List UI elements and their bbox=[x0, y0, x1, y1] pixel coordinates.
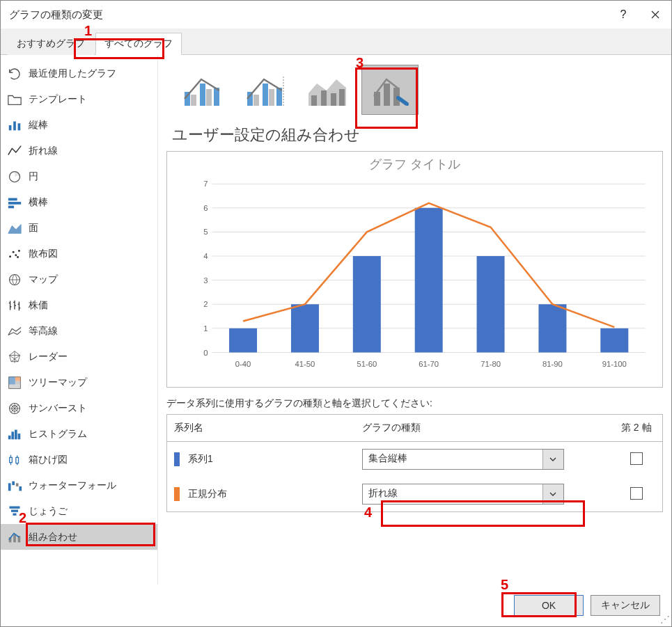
dialog-title: グラフの種類の変更 bbox=[9, 8, 607, 22]
sidebar-item-radar[interactable]: レーダー bbox=[1, 344, 157, 370]
annotation-box-3 bbox=[355, 68, 418, 129]
subtype-column-line-secondary[interactable] bbox=[236, 65, 293, 115]
annotation-2: 2 bbox=[19, 510, 26, 526]
svg-text:3: 3 bbox=[203, 276, 208, 285]
svg-rect-29 bbox=[11, 509, 18, 511]
svg-rect-1 bbox=[13, 121, 16, 130]
secondary-axis-checkbox-2[interactable] bbox=[630, 487, 643, 500]
svg-rect-36 bbox=[200, 84, 205, 106]
svg-text:5: 5 bbox=[203, 228, 208, 236]
series-type-select-1[interactable]: 集合縦棒 bbox=[362, 449, 564, 470]
histogram-icon bbox=[6, 427, 23, 441]
svg-rect-21 bbox=[11, 431, 14, 439]
sidebar-item-label: ツリーマップ bbox=[29, 376, 87, 389]
help-button[interactable]: ? bbox=[607, 1, 639, 29]
svg-rect-4 bbox=[8, 198, 17, 200]
close-button[interactable] bbox=[639, 1, 671, 29]
cancel-button[interactable]: キャンセル bbox=[591, 595, 660, 616]
series-row: 系列1 集合縦棒 bbox=[167, 442, 663, 477]
sidebar-item-stock[interactable]: 株価 bbox=[1, 292, 157, 318]
svg-rect-42 bbox=[269, 89, 274, 106]
svg-rect-72 bbox=[538, 304, 566, 352]
svg-rect-37 bbox=[206, 89, 212, 106]
svg-text:4: 4 bbox=[203, 252, 208, 260]
subtype-stacked-area-column[interactable] bbox=[299, 65, 356, 115]
surface-chart-icon bbox=[6, 324, 23, 338]
series-table: 系列名 グラフの種類 第 2 軸 系列1 集合縦棒 bbox=[166, 414, 663, 512]
svg-rect-67 bbox=[229, 328, 257, 353]
sidebar-item-label: マップ bbox=[29, 273, 58, 286]
series-name: 正規分布 bbox=[188, 488, 227, 499]
sidebar-item-line[interactable]: 折れ線 bbox=[1, 138, 157, 164]
svg-rect-0 bbox=[9, 125, 12, 130]
annotation-box-2 bbox=[26, 523, 155, 546]
annotation-box-5 bbox=[501, 592, 577, 617]
sidebar-item-label: 等高線 bbox=[29, 325, 58, 338]
svg-rect-71 bbox=[477, 256, 505, 352]
chart-category-sidebar: 最近使用したグラフ テンプレート 縦棒 折れ線 円 横棒 面 散布図 マップ 株… bbox=[1, 55, 157, 585]
sidebar-item-label: 散布図 bbox=[29, 248, 58, 260]
sidebar-item-histogram[interactable]: ヒストグラム bbox=[1, 421, 157, 447]
svg-text:0-40: 0-40 bbox=[235, 360, 251, 368]
undo-icon bbox=[6, 66, 23, 81]
svg-rect-35 bbox=[191, 95, 196, 106]
scatter-chart-icon bbox=[6, 247, 23, 261]
sidebar-item-label: じょうご bbox=[29, 505, 68, 518]
sidebar-item-label: サンバースト bbox=[29, 402, 87, 415]
area-chart-icon bbox=[6, 221, 23, 235]
sidebar-item-recent[interactable]: 最近使用したグラフ bbox=[1, 61, 157, 86]
sidebar-item-sunburst[interactable]: サンバースト bbox=[1, 395, 157, 421]
svg-text:51-60: 51-60 bbox=[357, 360, 377, 368]
svg-rect-46 bbox=[331, 93, 336, 106]
sidebar-item-area[interactable]: 面 bbox=[1, 215, 157, 241]
sidebar-item-scatter[interactable]: 散布図 bbox=[1, 241, 157, 267]
svg-rect-47 bbox=[339, 89, 345, 106]
svg-rect-5 bbox=[8, 202, 21, 205]
sidebar-item-map[interactable]: マップ bbox=[1, 267, 157, 292]
annotation-1: 1 bbox=[84, 23, 92, 39]
series-type-value: 集合縦棒 bbox=[363, 450, 542, 469]
chart-preview: グラフ タイトル 012345670-4041-5051-6061-7071-8… bbox=[166, 151, 663, 388]
secondary-axis-checkbox-1[interactable] bbox=[630, 452, 643, 465]
svg-text:61-70: 61-70 bbox=[419, 360, 439, 368]
sidebar-item-waterfall[interactable]: ウォーターフォール bbox=[1, 473, 157, 498]
radar-chart-icon bbox=[6, 350, 23, 364]
sidebar-item-surface[interactable]: 等高線 bbox=[1, 318, 157, 344]
series-header-type: グラフの種類 bbox=[355, 415, 611, 442]
svg-rect-70 bbox=[415, 208, 443, 353]
svg-point-8 bbox=[13, 251, 15, 253]
svg-point-10 bbox=[18, 249, 20, 251]
sidebar-item-templates[interactable]: テンプレート bbox=[1, 86, 157, 112]
svg-rect-68 bbox=[291, 304, 319, 352]
titlebar: グラフの種類の変更 ? bbox=[1, 1, 671, 29]
svg-rect-27 bbox=[19, 486, 22, 490]
resize-grip[interactable]: ⋰ bbox=[660, 615, 670, 625]
svg-rect-22 bbox=[15, 429, 17, 439]
svg-text:41-50: 41-50 bbox=[295, 360, 315, 368]
svg-text:1: 1 bbox=[203, 324, 208, 333]
sidebar-item-column[interactable]: 縦棒 bbox=[1, 112, 157, 138]
subtype-clustered-column-line[interactable] bbox=[173, 65, 230, 115]
sidebar-item-label: 箱ひげ図 bbox=[29, 454, 68, 466]
sidebar-item-label: 株価 bbox=[29, 299, 48, 312]
sidebar-item-label: レーダー bbox=[29, 351, 68, 363]
sidebar-item-pie[interactable]: 円 bbox=[1, 164, 157, 189]
chevron-down-icon bbox=[542, 450, 563, 469]
sidebar-item-label: 縦棒 bbox=[29, 119, 48, 132]
svg-rect-28 bbox=[10, 506, 20, 508]
svg-rect-26 bbox=[16, 483, 19, 486]
sunburst-icon bbox=[6, 402, 23, 415]
svg-rect-20 bbox=[8, 435, 11, 439]
svg-rect-32 bbox=[13, 534, 16, 542]
sidebar-item-bar[interactable]: 横棒 bbox=[1, 189, 157, 215]
series-header-name: 系列名 bbox=[167, 415, 355, 442]
sidebar-item-boxwhisker[interactable]: 箱ひげ図 bbox=[1, 447, 157, 473]
svg-rect-69 bbox=[353, 256, 381, 352]
svg-text:2: 2 bbox=[203, 300, 208, 308]
svg-rect-40 bbox=[253, 95, 259, 106]
change-chart-type-dialog: 1 3 2 4 5 グラフの種類の変更 ? おすすめグラフ すべてのグラフ 最近… bbox=[0, 0, 672, 627]
map-icon bbox=[6, 273, 23, 287]
annotation-box-1 bbox=[74, 38, 164, 59]
sidebar-item-treemap[interactable]: ツリーマップ bbox=[1, 370, 157, 395]
series-swatch bbox=[174, 452, 180, 466]
